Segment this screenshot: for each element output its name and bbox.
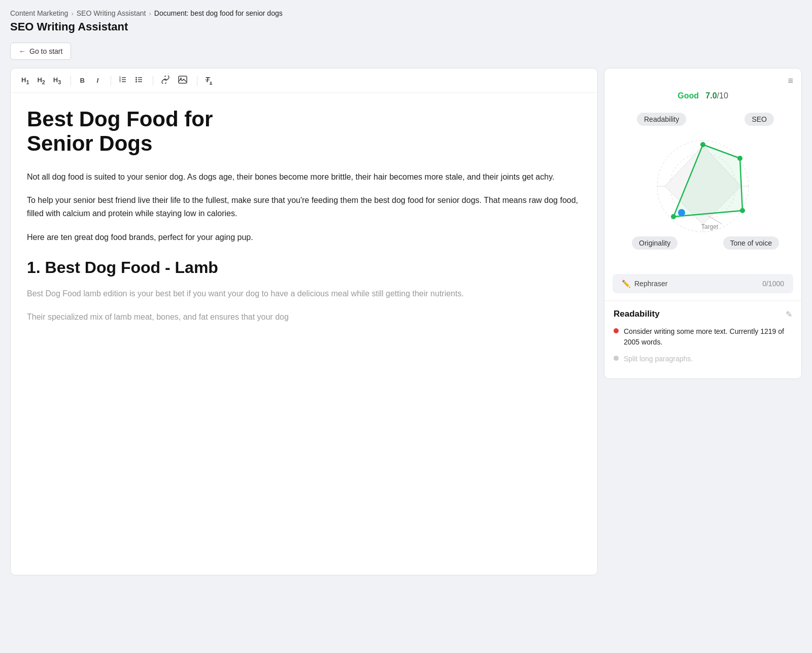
readability-item-2: Split long paragraphs. (614, 354, 792, 364)
editor-content[interactable]: Best Dog Food forSenior Dogs Not all dog… (11, 93, 597, 349)
toolbar-divider-2 (111, 76, 111, 86)
right-panel-header: ≡ (604, 68, 801, 89)
doc-title: Best Dog Food forSenior Dogs (27, 107, 581, 156)
rephraser-count: 0/1000 (762, 280, 784, 288)
radar-label-tone-of-voice[interactable]: Tone of voice (723, 236, 780, 250)
dot-red-1 (614, 328, 619, 333)
score-section: Good 7.0/10 Readability SEO (604, 89, 801, 270)
svg-point-11 (136, 81, 137, 83)
readability-item-1: Consider writing some more text. Current… (614, 326, 792, 348)
toolbar-unordered-list[interactable] (131, 74, 147, 87)
breadcrumb-document: Document: best dog food for senior dogs (154, 9, 283, 17)
score-label: Good 7.0/10 (613, 91, 793, 100)
radar-label-readability[interactable]: Readability (637, 113, 686, 126)
readability-item-1-text: Consider writing some more text. Current… (624, 326, 792, 348)
svg-text:3: 3 (119, 80, 121, 83)
page-wrapper: Content Marketing › SEO Writing Assistan… (0, 0, 812, 653)
doc-section-title: 1. Best Dog Food - Lamb (27, 254, 581, 281)
editor-toolbar: H1 H2 H3 B I 123 (11, 68, 597, 93)
breadcrumb-content-marketing[interactable]: Content Marketing (10, 9, 68, 17)
score-denom: /10 (717, 91, 728, 100)
toolbar-image[interactable] (175, 74, 191, 87)
radar-container: Readability SEO (622, 108, 784, 265)
svg-point-23 (740, 208, 745, 213)
main-layout: H1 H2 H3 B I 123 (10, 68, 802, 575)
format-group: B I (75, 75, 105, 86)
editor-panel: H1 H2 H3 B I 123 (10, 68, 598, 575)
menu-icon[interactable]: ≡ (788, 76, 793, 86)
toolbar-divider-4 (197, 76, 197, 86)
toolbar-divider-1 (71, 76, 71, 86)
edit-icon[interactable]: ✎ (786, 310, 792, 319)
doc-section-para1: Best Dog Food lamb edition is your best … (27, 287, 581, 300)
svg-point-24 (671, 214, 676, 219)
breadcrumb: Content Marketing › SEO Writing Assistan… (10, 9, 802, 17)
toolbar-ordered-list[interactable]: 123 (115, 74, 130, 87)
toolbar-h3[interactable]: H3 (50, 74, 64, 87)
toolbar-bold[interactable]: B (75, 75, 89, 86)
list-group: 123 (115, 74, 147, 87)
toolbar-h2[interactable]: H2 (33, 74, 48, 87)
arrow-left-icon: ← (19, 47, 26, 55)
svg-point-9 (136, 77, 137, 79)
toolbar-clear-format[interactable]: Tx (201, 74, 216, 87)
score-value: 7.0 (705, 91, 717, 100)
readability-header: Readability ✎ (614, 309, 792, 319)
rephraser-label: Rephraser (634, 280, 667, 288)
readability-section: Readability ✎ Consider writing some more… (604, 300, 801, 379)
dot-gray-1 (614, 356, 619, 361)
rephraser-icon: ✏️ (622, 280, 630, 288)
toolbar-italic[interactable]: I (90, 75, 105, 86)
readability-title: Readability (614, 309, 660, 319)
doc-para-3: Here are ten great dog food brands, perf… (27, 231, 581, 244)
right-panel: ≡ Good 7.0/10 Readability SEO (604, 68, 802, 379)
doc-section-para2: Their specialized mix of lamb meat, bone… (27, 311, 581, 324)
radar-label-originality[interactable]: Originality (632, 236, 678, 250)
go-to-start-label: Go to start (29, 47, 62, 55)
radar-label-seo[interactable]: SEO (745, 113, 774, 126)
score-good-text: Good (678, 91, 699, 100)
readability-item-2-text: Split long paragraphs. (624, 354, 693, 364)
breadcrumb-sep-1: › (71, 10, 73, 17)
doc-body: Not all dog food is suited to your senio… (27, 170, 581, 324)
breadcrumb-seo-writing[interactable]: SEO Writing Assistant (77, 9, 146, 17)
toolbar-divider-3 (153, 76, 153, 86)
doc-para-1: Not all dog food is suited to your senio… (27, 170, 581, 184)
rephraser-button[interactable]: ✏️ Rephraser 0/1000 (613, 274, 793, 293)
heading-group: H1 H2 H3 (18, 74, 64, 87)
clear-group: Tx (201, 74, 216, 87)
breadcrumb-sep-2: › (149, 10, 151, 17)
page-title: SEO Writing Assistant (10, 20, 802, 33)
svg-point-25 (678, 209, 685, 216)
toolbar-h1[interactable]: H1 (18, 74, 32, 87)
toolbar-link[interactable] (157, 74, 174, 87)
insert-group (157, 74, 191, 87)
svg-point-10 (136, 79, 137, 81)
target-label: Target (701, 223, 718, 230)
go-to-start-button[interactable]: ← Go to start (10, 43, 71, 60)
svg-point-22 (737, 156, 742, 161)
doc-para-2: To help your senior best friend live the… (27, 194, 581, 221)
svg-point-21 (700, 142, 705, 147)
